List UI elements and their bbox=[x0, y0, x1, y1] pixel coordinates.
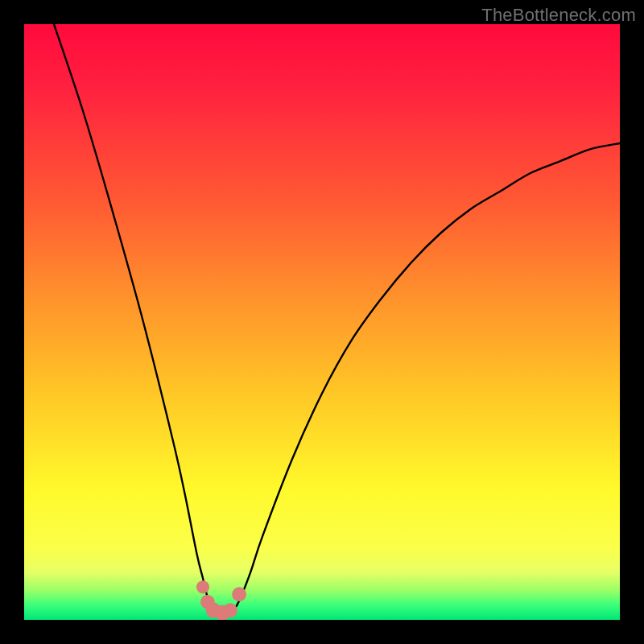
curve-marker bbox=[232, 587, 246, 601]
plot-area bbox=[24, 24, 620, 620]
watermark-text: TheBottleneck.com bbox=[481, 5, 636, 26]
curve-markers bbox=[196, 580, 246, 620]
outer-frame: TheBottleneck.com bbox=[0, 0, 644, 644]
curve-marker bbox=[223, 603, 237, 617]
bottleneck-curve bbox=[54, 24, 620, 614]
curve-layer bbox=[24, 24, 620, 620]
curve-marker bbox=[196, 580, 209, 593]
